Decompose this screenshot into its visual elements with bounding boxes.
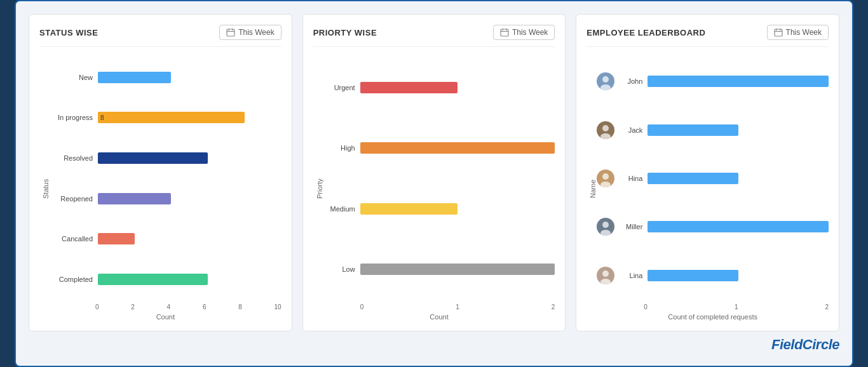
svg-point-13 (600, 84, 611, 90)
svg-point-18 (602, 222, 609, 228)
charts-row: STATUS WISE This Week Status New (29, 14, 839, 331)
svg-rect-0 (227, 29, 234, 36)
status-y-label: Status (39, 57, 50, 321)
bar-value: 8 (100, 114, 104, 121)
priority-y-label: Priorty (313, 57, 323, 321)
priority-x-axis: 012 (323, 304, 555, 310)
avatar-svg (597, 121, 614, 139)
priority-wise-title: PRIORTY WISE (313, 28, 377, 37)
status-wise-panel: STATUS WISE This Week Status New (29, 14, 292, 331)
bar (360, 82, 458, 93)
bar-label: Urgent (323, 84, 355, 91)
priority-x-label: Count (323, 313, 555, 321)
svg-rect-4 (501, 29, 508, 36)
leaderboard-panel: EMPLOYEE LEADERBOARD This Week Name (576, 14, 839, 331)
employee-name: Jack (620, 126, 642, 134)
bar: 8 (98, 112, 245, 123)
employee-name: Lina (620, 272, 642, 279)
bar (360, 142, 555, 154)
lb-bar-container (648, 270, 829, 281)
leaderboard-badge[interactable]: This Week (767, 25, 829, 40)
avatar (597, 267, 614, 284)
calendar-icon-2 (500, 28, 509, 37)
priority-wise-header: PRIORTY WISE This Week (313, 25, 555, 47)
lb-bar (648, 270, 738, 281)
bar-row: Completed (50, 274, 281, 285)
status-wise-badge[interactable]: This Week (219, 25, 281, 40)
status-x-axis: 0246810 (50, 304, 281, 310)
lb-bar-chart: Name John Jack (587, 57, 829, 321)
avatar (597, 170, 614, 187)
avatar (597, 72, 614, 90)
lb-bar-container (648, 221, 829, 232)
priority-wise-badge-label: This Week (512, 28, 548, 37)
lb-x-label: Count of completed requests (597, 313, 829, 321)
x-tick: 2 (825, 304, 829, 310)
lb-bar (648, 221, 829, 232)
avatar (597, 218, 614, 236)
leaderboard-title: EMPLOYEE LEADERBOARD (587, 28, 705, 37)
lb-row: Lina (597, 267, 829, 284)
bar-row: In progress 8 (50, 112, 281, 123)
priority-bar-chart: Priorty Urgent High Medium Low (313, 57, 555, 321)
lb-row: Miller (597, 218, 829, 236)
x-tick: 2 (552, 304, 555, 310)
bar-container (98, 193, 281, 204)
lb-bar (648, 124, 738, 136)
bar (98, 233, 135, 244)
bar-label: Resolved (50, 154, 93, 162)
x-tick: 2 (131, 304, 135, 310)
lb-bar (648, 76, 829, 87)
bar-row: Medium (323, 203, 555, 215)
bar-label: Medium (323, 205, 355, 213)
x-tick: 4 (167, 304, 171, 310)
x-tick: 1 (735, 304, 738, 310)
bar-label: New (50, 74, 93, 81)
priority-wise-badge[interactable]: This Week (493, 25, 555, 40)
status-bar-chart: Status New In progress 8 Resolved (39, 57, 281, 321)
bar-label: Reopened (50, 195, 93, 203)
bar-container (98, 274, 281, 285)
x-tick: 0 (360, 304, 364, 310)
bar-container (98, 72, 281, 83)
x-tick: 6 (203, 304, 207, 310)
priority-wise-chart: Priorty Urgent High Medium Low (313, 57, 555, 321)
bar-container (360, 264, 555, 275)
bar-label: In progress (50, 114, 93, 121)
status-x-label: Count (50, 313, 281, 321)
status-bars-inner: New In progress 8 Resolved Reopened (50, 57, 281, 300)
bar-container (360, 82, 555, 93)
employee-name: Miller (620, 223, 642, 230)
calendar-icon-3 (774, 28, 783, 37)
bar (98, 274, 208, 285)
x-tick: 8 (238, 304, 242, 310)
bar-row: Urgent (323, 82, 555, 93)
bar-label: Low (323, 265, 355, 273)
avatar-svg (597, 267, 614, 284)
svg-point-15 (600, 133, 611, 139)
bar-label: Completed (50, 276, 93, 283)
bar-row: High (323, 142, 555, 154)
bar-row: Resolved (50, 152, 281, 164)
x-tick: 1 (456, 304, 459, 310)
bar-container (98, 233, 281, 244)
lb-y-label: Name (587, 57, 597, 321)
lb-x-axis: 012 (597, 304, 829, 310)
bar (360, 264, 555, 275)
status-wise-header: STATUS WISE This Week (39, 25, 281, 47)
svg-point-17 (600, 182, 611, 187)
lb-row: John (597, 72, 829, 90)
bar-label: Cancalled (50, 235, 93, 243)
x-tick: 0 (644, 304, 648, 310)
x-tick: 0 (95, 304, 99, 310)
bar-container (360, 142, 555, 154)
bar-row: New (50, 72, 281, 83)
leaderboard-header: EMPLOYEE LEADERBOARD This Week (587, 25, 829, 47)
svg-rect-8 (775, 29, 782, 36)
x-tick: 10 (274, 304, 281, 310)
svg-point-14 (602, 125, 609, 131)
lb-bar (648, 173, 738, 184)
lb-inner: John Jack Hina (597, 57, 829, 300)
lb-bar-container (648, 76, 829, 87)
lb-bar-container (648, 173, 829, 184)
